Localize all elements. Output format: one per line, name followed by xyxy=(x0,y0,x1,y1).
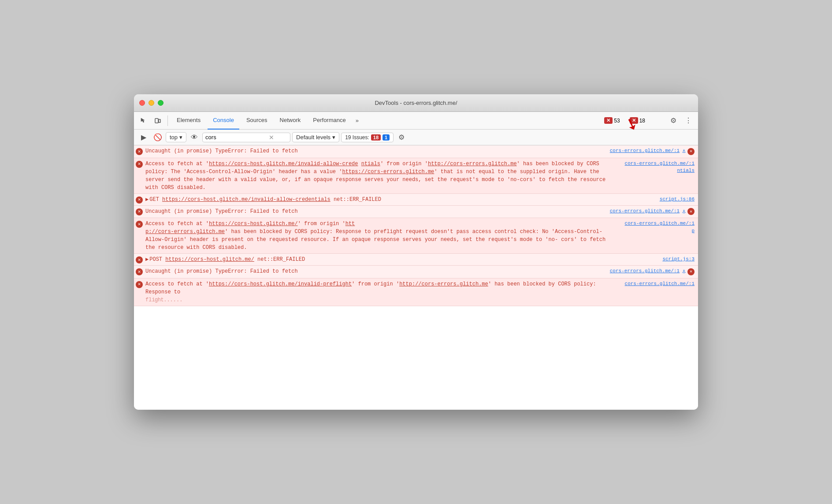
error-icon: ✕ xyxy=(136,268,143,275)
minimize-button[interactable] xyxy=(149,100,154,106)
log-message: Uncaught (in promise) TypeError: Failed … xyxy=(145,147,606,155)
inspect-element-button[interactable] xyxy=(137,115,150,127)
origin-link2[interactable]: p://cors-errors.glitch.me xyxy=(145,229,225,235)
log-message: ▶POST https://cors-host.glitch.me/ net::… xyxy=(145,256,659,263)
dismiss-icon[interactable]: ✕ xyxy=(687,148,695,155)
error-url-link[interactable]: https://cors-host.glitch.me/ xyxy=(209,221,298,227)
anchor-icon[interactable]: ⚓ xyxy=(682,267,686,276)
tab-sources[interactable]: Sources xyxy=(241,112,273,130)
error-icon: ✕ xyxy=(136,148,143,155)
run-button[interactable]: ▶ xyxy=(137,131,150,144)
log-source[interactable]: cors-errors.glitch.me/:1 xyxy=(610,147,680,155)
origin-link[interactable]: http://cors-errors.glitch.me xyxy=(399,281,488,287)
context-selector[interactable]: top ▾ xyxy=(166,132,186,142)
more-tabs-button[interactable]: » xyxy=(353,115,361,126)
error-url-link[interactable]: https://cors-host.glitch.me/invalid-allo… xyxy=(209,161,358,167)
error-icon: ✕ xyxy=(136,221,143,228)
levels-arrow: ▾ xyxy=(332,134,335,141)
log-message: ▶GET https://cors-host.glitch.me/invalid… xyxy=(145,196,656,204)
log-source-ntials[interactable]: ntials xyxy=(677,167,695,174)
log-entry: ✕ ▶POST https://cors-host.glitch.me/ net… xyxy=(134,254,698,266)
maximize-button[interactable] xyxy=(158,100,163,106)
log-message: Access to fetch at 'https://cors-host.gl… xyxy=(145,220,615,252)
log-entry: ✕ Uncaught (in promise) TypeError: Faile… xyxy=(134,206,698,219)
clear-console-button[interactable]: 🚫 xyxy=(152,131,164,144)
window-title: DevTools - cors-errors.glitch.me/ xyxy=(375,100,457,106)
error-count: 53 xyxy=(614,118,620,124)
tab-divider xyxy=(167,115,168,126)
tab-performance[interactable]: Performance xyxy=(308,112,351,130)
dismiss-icon[interactable]: ✕ xyxy=(687,208,695,215)
log-entry: ✕ Access to fetch at 'https://cors-host.… xyxy=(134,218,698,254)
issues-label: 19 Issues: xyxy=(345,134,369,141)
svg-rect-1 xyxy=(159,119,160,122)
log-message: Access to fetch at 'https://cors-host.gl… xyxy=(145,160,615,192)
tab-elements[interactable]: Elements xyxy=(171,112,206,130)
device-toolbar-button[interactable] xyxy=(152,115,164,127)
error-badge-button[interactable]: ✕ 53 xyxy=(601,116,623,125)
device-icon xyxy=(154,117,161,124)
more-options-button[interactable]: ⋮ xyxy=(682,115,695,127)
titlebar: DevTools - cors-errors.glitch.me/ xyxy=(134,94,698,112)
filter-clear-icon[interactable]: ✕ xyxy=(269,134,274,141)
settings-button[interactable]: ⚙ xyxy=(667,115,680,127)
log-source[interactable]: cors-errors.glitch.me/:1 xyxy=(625,280,695,288)
issues-info-count: 1 xyxy=(383,134,390,141)
console-content: ✕ Uncaught (in promise) TypeError: Faile… xyxy=(134,145,698,410)
log-source[interactable]: cors-errors.glitch.me/:1 xyxy=(625,160,695,167)
log-source[interactable]: script.js:86 xyxy=(660,196,695,203)
warning-badge-icon: ✕ xyxy=(630,117,638,124)
tab-console[interactable]: Console xyxy=(208,112,239,130)
console-toolbar: ▶ 🚫 top ▾ 👁 ✕ Default levels ▾ 19 Issues… xyxy=(134,130,698,145)
issues-error-count: 18 xyxy=(371,134,381,141)
tab-network[interactable]: Network xyxy=(275,112,306,130)
log-entry-icons: ⚓ ✕ xyxy=(682,267,695,276)
log-entry: ✕ Uncaught (in promise) TypeError: Faile… xyxy=(134,145,698,158)
log-entry-icons: ⚓ ✕ xyxy=(682,147,695,156)
toolbar-right: ✕ 53 ✕ 18 ➘ ⚙ ⋮ xyxy=(601,111,695,130)
log-entry: ✕ ▶GET https://cors-host.glitch.me/inval… xyxy=(134,194,698,206)
error-url-link2[interactable]: ntials xyxy=(361,161,380,167)
get-url-link[interactable]: https://cors-host.glitch.me/invalid-allo… xyxy=(162,196,331,203)
post-url-link[interactable]: https://cors-host.glitch.me/ xyxy=(165,256,254,263)
inspect-icon xyxy=(140,117,147,124)
console-settings-button[interactable]: ⚙ xyxy=(395,131,408,144)
log-source-p[interactable]: p xyxy=(691,227,695,235)
error-url-link[interactable]: https://cors-host.glitch.me/invalid-pref… xyxy=(209,281,352,287)
error-icon: ✕ xyxy=(136,281,143,288)
anchor-icon[interactable]: ⚓ xyxy=(682,208,686,216)
log-entry: ✕ Access to fetch at 'https://cors-host.… xyxy=(134,278,698,306)
dismiss-icon[interactable]: ✕ xyxy=(687,268,695,275)
log-message: Uncaught (in promise) TypeError: Failed … xyxy=(145,208,606,215)
context-label: top xyxy=(170,134,178,141)
expand-arrow[interactable]: ▶ xyxy=(145,256,149,263)
value-link[interactable]: https://cors-errors.glitch.me xyxy=(342,169,434,175)
filter-input[interactable] xyxy=(205,134,267,141)
log-entry: ✕ Access to fetch at 'https://cors-host.… xyxy=(134,158,698,194)
devtools-window: DevTools - cors-errors.glitch.me/ Elemen… xyxy=(134,94,698,410)
log-source[interactable]: cors-errors.glitch.me/:1 xyxy=(610,208,680,215)
close-button[interactable] xyxy=(139,100,145,106)
warning-count: 18 xyxy=(639,118,645,124)
log-entry-icons: ⚓ ✕ xyxy=(682,208,695,216)
log-source[interactable]: cors-errors.glitch.me/:1 xyxy=(610,267,680,275)
warning-badge-button[interactable]: ✕ 18 xyxy=(626,116,649,125)
log-source[interactable]: cors-errors.glitch.me/:1 xyxy=(625,220,695,227)
origin-link[interactable]: htt xyxy=(345,221,355,227)
origin-link[interactable]: http://cors-errors.glitch.me xyxy=(428,161,517,167)
error-icon: ✕ xyxy=(136,208,143,215)
levels-label: Default levels xyxy=(296,134,331,141)
log-source[interactable]: script.js:3 xyxy=(662,256,695,263)
log-message: Access to fetch at 'https://cors-host.gl… xyxy=(145,280,621,304)
filter-input-wrap: ✕ xyxy=(202,133,290,142)
expand-arrow[interactable]: ▶ xyxy=(145,196,149,203)
live-expressions-button[interactable]: 👁 xyxy=(188,131,201,144)
anchor-icon[interactable]: ⚓ xyxy=(682,147,686,156)
context-arrow: ▾ xyxy=(179,134,182,141)
traffic-lights xyxy=(139,100,163,106)
log-entry: ✕ Uncaught (in promise) TypeError: Faile… xyxy=(134,266,698,278)
issues-button[interactable]: 19 Issues: 18 1 xyxy=(341,133,394,142)
error-icon: ✕ xyxy=(136,196,143,204)
error-badge-icon: ✕ xyxy=(604,117,613,124)
log-levels-button[interactable]: Default levels ▾ xyxy=(292,132,339,142)
